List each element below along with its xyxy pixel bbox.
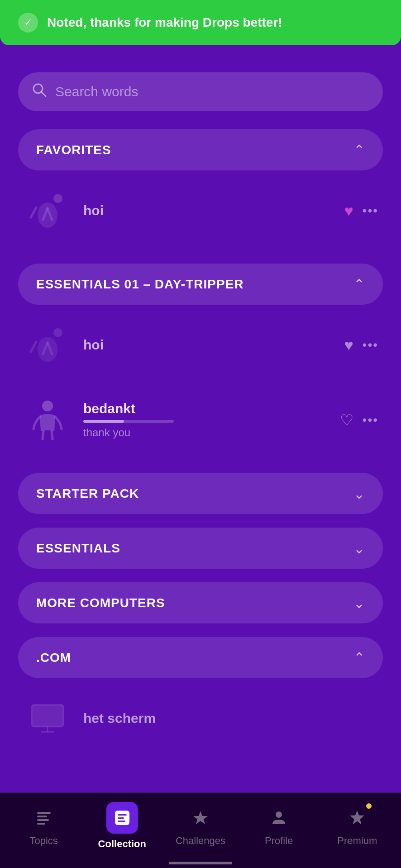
premium-icon xyxy=(344,805,370,830)
favorites-chevron: ⌃ xyxy=(353,142,365,158)
word-item-hetscherm: het scherm xyxy=(18,683,383,754)
more-button-bedankt[interactable]: ••• xyxy=(363,413,378,427)
heart-button-hoi-fav[interactable]: ♥ xyxy=(344,202,353,220)
word-info-hetscherm: het scherm xyxy=(83,711,378,726)
nav-item-collection[interactable]: Collection xyxy=(95,802,149,850)
premium-label: Premium xyxy=(337,835,377,847)
collection-label: Collection xyxy=(98,838,146,850)
svg-point-7 xyxy=(53,328,62,337)
word-info-hoi-ess: hoi xyxy=(83,337,333,353)
check-symbol: ✓ xyxy=(24,17,32,28)
essentials-title: ESSENTIALS xyxy=(36,541,120,556)
check-icon: ✓ xyxy=(18,13,38,33)
morecomputers-chevron: ⌃ xyxy=(353,595,365,611)
word-avatar-hetscherm xyxy=(23,693,72,743)
search-bar[interactable] xyxy=(18,72,383,111)
bottom-nav: Topics Collection Challenges Pro xyxy=(0,793,401,868)
word-name-bedankt: bedankt xyxy=(83,401,329,416)
heart-button-bedankt[interactable]: ♡ xyxy=(340,411,353,429)
com-chevron: ⌃ xyxy=(353,650,365,665)
word-info-hoi-fav: hoi xyxy=(83,203,333,218)
starterpack-chevron: ⌃ xyxy=(353,486,365,501)
challenges-icon xyxy=(188,805,213,830)
main-content: FAVORITES ⌃ hoi ♥ ••• ESSENTIALS xyxy=(0,0,401,839)
word-actions-hoi-fav: ♥ ••• xyxy=(344,202,378,220)
nav-item-profile[interactable]: Profile xyxy=(252,805,306,847)
essentials01-title: ESSENTIALS 01 – DAY-TRIPPER xyxy=(36,277,244,292)
word-avatar-bedankt xyxy=(23,395,72,445)
morecomputers-title: MORE COMPUTERS xyxy=(36,596,165,610)
favorites-section-header[interactable]: FAVORITES ⌃ xyxy=(18,129,383,170)
word-avatar-hoi-ess xyxy=(23,320,72,370)
search-input[interactable] xyxy=(55,84,369,99)
word-item-hoi-ess: hoi ♥ ••• xyxy=(18,309,383,381)
svg-rect-21 xyxy=(37,823,45,825)
word-item-bedankt: bedankt thank you ♡ ••• xyxy=(18,384,383,456)
nav-item-premium[interactable]: Premium xyxy=(330,805,384,847)
svg-rect-25 xyxy=(118,821,125,822)
word-name-hetscherm: het scherm xyxy=(83,711,378,726)
essentials01-section-header[interactable]: ESSENTIALS 01 – DAY-TRIPPER ⌃ xyxy=(18,264,383,305)
notification-message: Noted, thanks for making Drops better! xyxy=(47,15,282,30)
svg-rect-15 xyxy=(32,705,63,726)
svg-marker-27 xyxy=(350,811,364,824)
svg-point-12 xyxy=(42,401,53,411)
essentials-chevron: ⌃ xyxy=(353,540,365,556)
svg-line-14 xyxy=(52,431,53,439)
word-name-hoi-fav: hoi xyxy=(83,203,333,218)
svg-rect-19 xyxy=(37,816,47,817)
word-info-bedankt: bedankt thank you xyxy=(83,401,329,439)
svg-rect-18 xyxy=(37,812,51,814)
svg-point-3 xyxy=(38,203,57,228)
notification-banner: ✓ Noted, thanks for making Drops better! xyxy=(0,0,401,45)
svg-line-13 xyxy=(43,431,43,439)
svg-point-26 xyxy=(276,811,282,818)
svg-line-4 xyxy=(31,208,36,217)
profile-label: Profile xyxy=(265,835,293,847)
svg-rect-20 xyxy=(37,819,49,821)
starterpack-section-header[interactable]: STARTER PACK ⌃ xyxy=(18,473,383,514)
svg-rect-24 xyxy=(118,817,124,819)
morecomputers-section-header[interactable]: MORE COMPUTERS ⌃ xyxy=(18,582,383,623)
essentials01-chevron: ⌃ xyxy=(353,276,365,292)
word-progress-bar-bedankt xyxy=(83,420,174,423)
word-actions-bedankt: ♡ ••• xyxy=(340,411,378,429)
com-title: .COM xyxy=(36,651,71,665)
svg-point-8 xyxy=(38,337,57,362)
premium-notification-dot xyxy=(366,803,372,809)
more-button-hoi-fav[interactable]: ••• xyxy=(363,203,378,218)
nav-item-topics[interactable]: Topics xyxy=(17,805,71,847)
collection-icon xyxy=(106,802,138,834)
figure-hoi-fav xyxy=(23,186,72,236)
profile-icon xyxy=(266,805,291,830)
nav-item-challenges[interactable]: Challenges xyxy=(173,805,228,847)
word-name-hoi-ess: hoi xyxy=(83,337,333,353)
heart-button-hoi-ess[interactable]: ♥ xyxy=(344,336,353,354)
word-actions-hoi-ess: ♥ ••• xyxy=(344,336,378,354)
word-avatar-hoi-fav xyxy=(23,186,72,236)
word-progress-fill-bedankt xyxy=(83,420,124,423)
svg-line-1 xyxy=(41,92,46,96)
word-translation-bedankt: thank you xyxy=(83,426,329,439)
svg-line-9 xyxy=(31,342,36,352)
figure-hetscherm xyxy=(23,693,72,743)
svg-rect-23 xyxy=(118,814,127,816)
svg-point-2 xyxy=(53,194,62,203)
home-indicator xyxy=(169,862,232,864)
word-item-hoi-fav: hoi ♥ ••• xyxy=(18,175,383,246)
challenges-label: Challenges xyxy=(176,835,225,847)
figure-bedankt xyxy=(23,395,72,445)
essentials-section-header[interactable]: ESSENTIALS ⌃ xyxy=(18,528,383,569)
starterpack-title: STARTER PACK xyxy=(36,486,139,501)
topics-label: Topics xyxy=(29,835,57,847)
more-button-hoi-ess[interactable]: ••• xyxy=(363,338,378,352)
figure-hoi-ess xyxy=(23,320,72,370)
topics-icon xyxy=(31,805,57,830)
search-icon xyxy=(32,82,47,101)
com-section-header[interactable]: .COM ⌃ xyxy=(18,637,383,678)
favorites-title: FAVORITES xyxy=(36,143,111,157)
